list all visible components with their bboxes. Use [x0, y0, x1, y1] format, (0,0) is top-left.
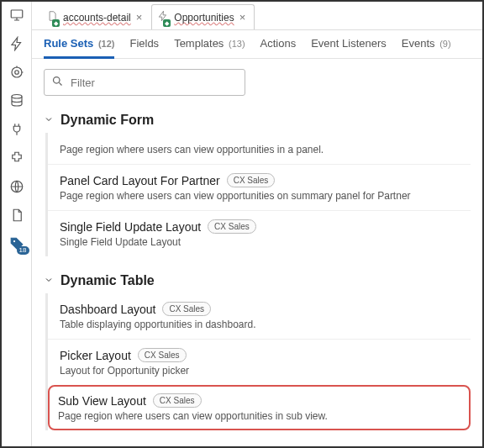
- monitor-icon[interactable]: [8, 7, 25, 24]
- document-icon[interactable]: [8, 207, 25, 224]
- subtab-fields[interactable]: Fields: [129, 37, 159, 58]
- table-items: Dashboard Layout CX Sales Table displayi…: [45, 293, 471, 430]
- svg-point-6: [54, 76, 60, 83]
- list-item[interactable]: Single Field Update Layout CX Sales Sing…: [48, 210, 471, 256]
- item-desc: Table displaying opportunities in dashbo…: [60, 319, 462, 330]
- item-desc: Page region where users can view opportu…: [60, 144, 462, 155]
- item-tag: CX Sales: [153, 393, 202, 408]
- close-icon[interactable]: ×: [239, 11, 246, 24]
- svg-point-1: [12, 67, 22, 77]
- chevron-down-icon: [44, 273, 54, 288]
- item-desc: Single Field Update Layout: [60, 236, 462, 248]
- item-name: Dashboard Layout: [60, 303, 155, 316]
- green-badge-icon: ◆: [52, 19, 60, 27]
- item-name: Sub View Layout: [58, 394, 146, 408]
- svg-rect-0: [11, 10, 23, 18]
- item-tag: CX Sales: [138, 348, 187, 362]
- svg-point-3: [12, 95, 22, 99]
- subtab-rule-sets[interactable]: Rule Sets (12): [44, 37, 114, 59]
- subtab-label: Actions: [260, 37, 297, 50]
- subtab-label: Event Listeners: [311, 37, 387, 50]
- item-tag: CX Sales: [227, 173, 276, 187]
- subtab-label: Rule Sets: [44, 37, 93, 50]
- section-dynamic-table[interactable]: Dynamic Table: [44, 268, 471, 293]
- green-badge-icon: ◆: [163, 19, 171, 27]
- sub-tabs: Rule Sets (12) Fields Templates (13) Act…: [32, 30, 482, 59]
- section-title: Dynamic Form: [60, 113, 154, 128]
- tag-badge: 18: [17, 246, 29, 255]
- item-desc: Page region where users can view opportu…: [58, 410, 460, 422]
- subtab-label: Fields: [129, 37, 159, 50]
- subtab-events[interactable]: Events (9): [402, 37, 451, 58]
- item-tag: CX Sales: [208, 219, 256, 234]
- item-name: Single Field Update Layout: [60, 220, 201, 234]
- tag-icon[interactable]: 18: [8, 235, 25, 252]
- plug-icon[interactable]: [8, 121, 25, 138]
- filter-input[interactable]: [69, 76, 238, 90]
- section-dynamic-form[interactable]: Dynamic Form: [44, 108, 471, 133]
- tab-label: accounts-detail: [63, 12, 131, 24]
- item-name: Panel Card Layout For Partner: [60, 174, 220, 187]
- bolt-icon[interactable]: [8, 35, 25, 52]
- svg-point-2: [14, 71, 18, 75]
- left-iconbar: 18: [2, 2, 32, 446]
- list-item[interactable]: Picker Layout CX Sales Layout for Opport…: [48, 339, 471, 385]
- subtab-event-listeners[interactable]: Event Listeners: [311, 37, 387, 58]
- subtab-count: (9): [439, 39, 450, 49]
- item-name: Picker Layout: [60, 349, 131, 362]
- tab-opportunities[interactable]: ◆ Opportunities ×: [151, 4, 255, 29]
- chevron-down-icon: [44, 113, 54, 128]
- close-icon[interactable]: ×: [136, 11, 143, 24]
- form-items: Page region where users can view opportu…: [45, 133, 471, 256]
- subtab-label: Events: [402, 37, 435, 50]
- item-desc: Page region where users can view opportu…: [60, 190, 462, 202]
- filter-box[interactable]: [44, 69, 245, 96]
- list-item[interactable]: Page region where users can view opportu…: [48, 133, 471, 164]
- item-tag: CX Sales: [162, 302, 211, 316]
- subtab-templates[interactable]: Templates (13): [174, 37, 245, 58]
- tab-accounts-detail[interactable]: ◆ accounts-detail ×: [40, 4, 151, 29]
- svg-point-5: [13, 240, 14, 242]
- search-icon: [51, 75, 64, 91]
- list-item[interactable]: Panel Card Layout For Partner CX Sales P…: [48, 164, 471, 210]
- database-icon[interactable]: [8, 92, 25, 109]
- globe-icon[interactable]: [8, 178, 25, 195]
- subtab-count: (13): [229, 39, 245, 49]
- subtab-actions[interactable]: Actions: [260, 37, 297, 58]
- list-item-sub-view[interactable]: Sub View Layout CX Sales Page region whe…: [48, 385, 471, 430]
- target-icon[interactable]: [8, 64, 25, 81]
- section-title: Dynamic Table: [60, 273, 155, 288]
- tab-label: Opportunities: [174, 12, 234, 24]
- subtab-count: (12): [98, 39, 115, 49]
- subtab-label: Templates: [174, 37, 224, 50]
- editor-tabs: ◆ accounts-detail × ◆ Opportunities ×: [32, 2, 482, 30]
- list-item[interactable]: Dashboard Layout CX Sales Table displayi…: [48, 293, 471, 339]
- extension-icon[interactable]: [8, 150, 25, 166]
- item-desc: Layout for Opportunity picker: [60, 365, 462, 377]
